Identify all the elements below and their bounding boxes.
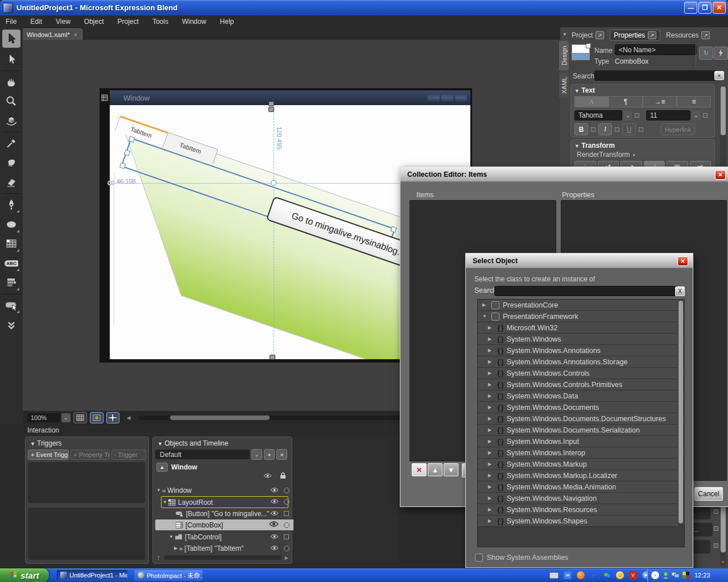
popout-icon[interactable]: ↗ — [595, 31, 604, 39]
tool-eyedropper[interactable] — [2, 134, 20, 152]
expand-icon[interactable]: ▶ — [488, 496, 494, 501]
tool-direct-selection[interactable] — [2, 50, 20, 68]
menu-item-object[interactable]: Object — [84, 18, 104, 26]
font-tab[interactable]: A — [574, 96, 609, 107]
tree-item-namespace[interactable]: ▶{ }System.Windows.Navigation — [478, 493, 684, 504]
tool-ellipse[interactable] — [2, 215, 20, 234]
expand-icon[interactable]: ▶ — [488, 348, 494, 353]
delete-storyboard-button[interactable]: × — [276, 449, 287, 460]
events-button[interactable]: ↻ — [699, 47, 713, 60]
snap-to-guides-button[interactable] — [106, 412, 120, 423]
minimize-button[interactable]: — — [684, 2, 697, 14]
lock-dot[interactable] — [284, 488, 289, 493]
eye-icon[interactable] — [270, 498, 279, 504]
tree-item-namespace[interactable]: ▶{ }System.Windows.Markup.Localizer — [478, 470, 684, 481]
triggers-list[interactable] — [28, 462, 145, 503]
bold-button[interactable]: B — [574, 123, 588, 135]
remove-item-button[interactable]: ✕ — [412, 463, 427, 476]
tool-eraser[interactable] — [2, 173, 20, 191]
v-shield-icon[interactable]: V — [629, 571, 637, 579]
cancel-button[interactable]: Cancel — [694, 487, 723, 501]
keyboard-icon[interactable] — [549, 572, 559, 579]
tool-selection[interactable] — [2, 30, 20, 48]
eye-icon[interactable] — [270, 487, 279, 493]
bottom-anchor-icon[interactable] — [270, 355, 275, 360]
menu-item-file[interactable]: File — [6, 18, 16, 26]
tool-button-control[interactable] — [2, 296, 20, 314]
maximize-button[interactable]: ❐ — [698, 2, 712, 14]
menu-item-help[interactable]: Help — [220, 18, 234, 26]
zoom-chevron-icon[interactable]: ⌄ — [61, 413, 71, 422]
popout-icon[interactable]: ↗ — [701, 31, 710, 39]
class-tree-scrollbar[interactable] — [678, 300, 684, 546]
expand-icon[interactable]: ▶ — [488, 393, 494, 398]
tool-pen[interactable] — [2, 196, 20, 214]
eye-icon[interactable] — [270, 510, 279, 516]
expand-icon[interactable]: ▶ — [488, 439, 494, 444]
menu-item-window[interactable]: Window — [182, 18, 206, 26]
hyperlink-button[interactable]: Hyperlink — [661, 123, 695, 135]
menu-item-edit[interactable]: Edit — [30, 18, 42, 26]
tool-grid-layout[interactable] — [2, 235, 20, 253]
start-button[interactable]: start — [0, 568, 49, 582]
expand-icon[interactable]: ▶ — [488, 473, 494, 478]
messenger-icon[interactable]: ✉ — [564, 571, 572, 579]
zoom-select[interactable]: 100% — [27, 413, 60, 422]
class-search-clear-button[interactable]: X — [675, 286, 685, 296]
tool-paint-bucket[interactable] — [2, 153, 20, 172]
yahoo-messenger-icon[interactable]: ☺ — [616, 571, 624, 579]
width-chain-icon[interactable] — [107, 180, 115, 188]
expand-icon[interactable]: ▶ — [488, 450, 494, 455]
paragraph-tab[interactable]: ¶ — [609, 96, 643, 107]
tree-item-namespace[interactable]: ▶{ }System.Windows.Shapes — [478, 516, 684, 527]
network-monitors-icon[interactable] — [672, 571, 680, 579]
expand-icon[interactable]: ▶ — [488, 462, 494, 467]
tree-item-namespace[interactable]: ▶{ }System.Windows.Media.Animation — [478, 481, 684, 493]
delete-trigger-button[interactable]: - Trigger — [111, 450, 146, 460]
expand-icon[interactable]: ▶ — [488, 518, 494, 523]
tree-item-presentationcore[interactable]: ▶ PresentationCore — [478, 300, 684, 311]
font-size-select[interactable]: 11 — [646, 110, 690, 120]
list-tab[interactable]: ≡ — [677, 96, 711, 107]
tree-item-namespace[interactable]: ▶{ }System.Windows.Documents.DocumentStr… — [478, 413, 684, 425]
show-system-assemblies-checkbox[interactable] — [475, 554, 483, 562]
doc-tab-window1[interactable]: Window1.xaml* × — [22, 28, 82, 40]
font-family-chevron-icon[interactable]: ⌄ — [623, 111, 632, 120]
visibility-eye-icon[interactable] — [263, 473, 272, 479]
move-down-button[interactable]: ▼ — [444, 463, 458, 476]
italic-button[interactable]: I — [598, 123, 612, 135]
tree-item-namespace[interactable]: ▶{ }System.Windows.Input — [478, 436, 684, 447]
menu-item-project[interactable]: Project — [118, 18, 139, 26]
firefox-icon[interactable] — [577, 571, 585, 579]
expand-icon[interactable]: ▶ — [488, 507, 494, 512]
tool-textbox[interactable]: ABC — [2, 254, 20, 272]
snap-to-grid-button[interactable] — [90, 412, 104, 423]
menu-item-view[interactable]: View — [56, 18, 71, 26]
select-object-titlebar[interactable]: Select Object — [466, 253, 693, 268]
tool-zoom[interactable] — [2, 92, 20, 110]
close-storyboard-icon[interactable]: ▲ — [156, 463, 168, 472]
tree-row-layoutroot[interactable]: ▼ LayoutRoot — [161, 496, 288, 508]
side-tab-design[interactable]: Design — [559, 41, 569, 70]
tree-item-namespace[interactable]: ▶{ }System.Windows.Documents.Serializati… — [478, 425, 684, 436]
move-up-button[interactable]: ▲ — [428, 463, 442, 476]
lock-icon[interactable] — [280, 472, 286, 479]
select-object-close-button[interactable]: ✕ — [677, 256, 688, 266]
ie-icon[interactable]: e — [590, 571, 598, 579]
tree-item-namespace[interactable]: ▶{ }System.Windows.Controls — [478, 368, 684, 379]
tab-resources[interactable]: Resources↗ — [666, 31, 710, 39]
lock-dot[interactable] — [284, 546, 289, 551]
scope-up-icon[interactable]: ↑ — [156, 553, 160, 562]
property-search-input[interactable] — [594, 70, 717, 81]
side-tab-xaml[interactable]: XAML — [559, 73, 569, 98]
expand-icon[interactable]: ▶ — [488, 405, 494, 410]
buddy-status-icon[interactable] — [661, 571, 669, 579]
eye-icon-selected[interactable] — [269, 521, 279, 527]
tree-row-tabcontrol[interactable]: ▼ [TabControl] — [168, 531, 287, 542]
show-grid-button[interactable] — [73, 412, 87, 423]
task-button-photoimpact[interactable]: PhotoImpact - 未命... — [134, 570, 202, 581]
tree-item-namespace[interactable]: ▶{ }System.Windows.Controls.Primitives — [478, 379, 684, 390]
timeline-hscrollbar[interactable] — [164, 555, 282, 560]
add-property-trigger-button[interactable]: + Property Tr — [71, 450, 110, 460]
collection-editor-titlebar[interactable]: Collection Editor: Items — [400, 167, 728, 182]
